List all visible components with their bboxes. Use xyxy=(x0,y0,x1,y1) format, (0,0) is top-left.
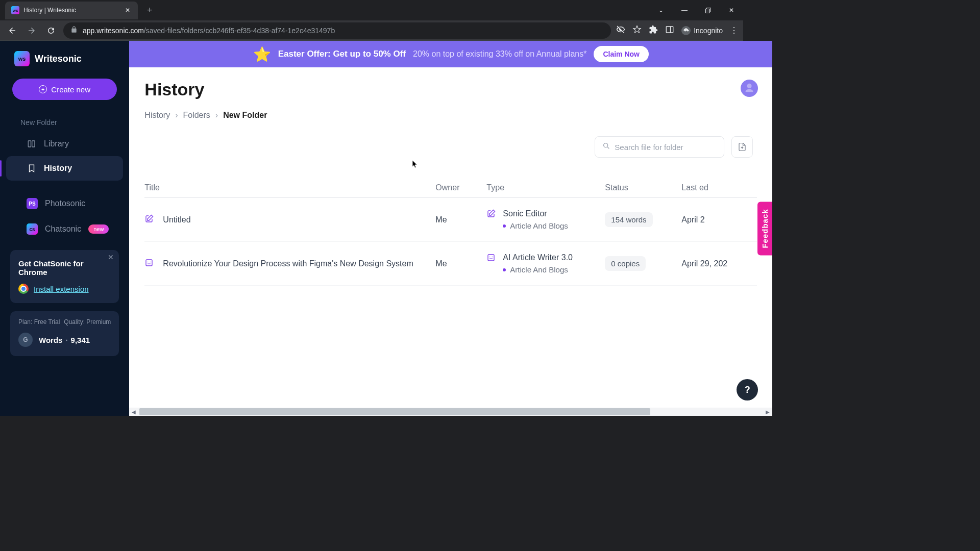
bookmark-icon xyxy=(27,163,37,173)
search-box[interactable] xyxy=(595,136,724,158)
tab-search-icon[interactable]: ⌄ xyxy=(649,0,673,20)
url-host: app.writesonic.com/saved-files/folders/c… xyxy=(83,27,335,35)
create-new-button[interactable]: + Create new xyxy=(12,79,117,100)
row-type-name: AI Article Writer 3.0 xyxy=(503,253,573,262)
scroll-track[interactable] xyxy=(139,408,762,415)
sidebar-item-library[interactable]: Library xyxy=(6,132,123,156)
cursor-icon xyxy=(412,160,418,168)
incognito-badge[interactable]: Incognito xyxy=(681,26,723,35)
favicon-icon: ws xyxy=(11,6,19,14)
forward-button[interactable] xyxy=(24,23,39,38)
bookmark-star-icon[interactable] xyxy=(632,25,642,36)
browser-tab[interactable]: ws History | Writesonic ✕ xyxy=(5,2,138,19)
address-actions: Incognito ⋮ xyxy=(616,25,738,36)
lock-icon xyxy=(70,26,78,35)
main: ⭐ Easter Offer: Get up to 50% Off 20% on… xyxy=(129,41,772,416)
minimize-button[interactable]: — xyxy=(673,0,696,20)
dot-icon xyxy=(503,268,506,271)
table-header: Title Owner Type Status Last ed xyxy=(144,178,757,198)
row-edited: April 2 xyxy=(681,215,753,224)
logo-icon: ws xyxy=(14,51,30,66)
extensions-icon[interactable] xyxy=(649,25,658,36)
svg-rect-4 xyxy=(28,141,31,147)
table-row[interactable]: Untitled Me Sonic Editor Article And Blo… xyxy=(144,198,757,242)
row-title: Revolutionize Your Design Process with F… xyxy=(163,259,413,268)
search-input[interactable] xyxy=(615,143,717,152)
back-icon xyxy=(8,26,17,35)
question-icon: ? xyxy=(745,385,750,395)
sidebar-item-history[interactable]: History xyxy=(6,156,123,181)
reload-button[interactable] xyxy=(44,23,58,38)
th-edited[interactable]: Last ed xyxy=(681,183,753,192)
search-icon xyxy=(602,142,610,152)
close-tab-icon[interactable]: ✕ xyxy=(124,6,132,14)
svg-rect-5 xyxy=(32,141,35,147)
sidebar-item-chatsonic[interactable]: cs Chatsonic new xyxy=(6,216,123,242)
maximize-button[interactable] xyxy=(696,0,720,20)
feedback-tab[interactable]: Feedback xyxy=(757,202,772,255)
install-extension-link[interactable]: Install extension xyxy=(34,285,89,293)
incognito-label: Incognito xyxy=(694,27,723,35)
close-window-button[interactable]: ✕ xyxy=(720,0,743,20)
sidebar-folder-label[interactable]: New Folder xyxy=(0,114,129,132)
quality-label: Quality: Premium xyxy=(64,318,111,325)
breadcrumb-folders[interactable]: Folders xyxy=(183,111,210,120)
sidebar-item-label: Library xyxy=(44,139,69,148)
reload-icon xyxy=(46,26,56,35)
svg-point-12 xyxy=(489,257,491,258)
brand-name: Writesonic xyxy=(35,54,82,64)
files-table: Title Owner Type Status Last ed xyxy=(144,178,757,286)
svg-rect-8 xyxy=(146,260,152,266)
table-row[interactable]: Revolutionize Your Design Process with F… xyxy=(144,242,757,286)
svg-point-13 xyxy=(492,257,493,258)
tools-row xyxy=(144,136,757,158)
add-file-button[interactable] xyxy=(731,136,753,158)
kebab-menu-icon[interactable]: ⋮ xyxy=(730,26,738,35)
type-icon xyxy=(486,209,496,220)
status-badge: 0 copies xyxy=(605,256,646,271)
star-icon: ⭐ xyxy=(253,46,271,63)
row-type-sub: Article And Blogs xyxy=(510,265,568,274)
words-text: Words · 9,341 xyxy=(39,336,90,344)
claim-now-button[interactable]: Claim Now xyxy=(594,46,649,62)
forward-icon xyxy=(27,26,36,35)
url-box[interactable]: app.writesonic.com/saved-files/folders/c… xyxy=(63,22,611,39)
plan-label: Plan: Free Trial xyxy=(18,318,60,325)
sidebar-item-label: History xyxy=(44,164,72,173)
chatsonic-icon: cs xyxy=(27,223,38,235)
svg-point-10 xyxy=(150,261,151,262)
table-container: Title Owner Type Status Last ed xyxy=(144,178,757,286)
scroll-right-icon[interactable]: ▶ xyxy=(764,408,771,415)
logo[interactable]: ws Writesonic xyxy=(0,41,129,76)
type-icon xyxy=(486,253,496,264)
row-type-sub: Article And Blogs xyxy=(510,221,568,230)
promo-close-icon[interactable]: ✕ xyxy=(108,253,114,261)
svg-rect-1 xyxy=(705,9,709,13)
eye-off-icon[interactable] xyxy=(616,25,625,36)
plan-row: Plan: Free Trial Quality: Premium xyxy=(18,318,111,325)
row-edited: April 29, 202 xyxy=(681,259,753,268)
sidebar: ws Writesonic + Create new New Folder Li… xyxy=(0,41,129,416)
th-title[interactable]: Title xyxy=(144,183,435,192)
new-tab-button[interactable]: + xyxy=(143,3,157,18)
maximize-icon xyxy=(705,8,711,13)
panel-icon[interactable] xyxy=(665,25,674,36)
svg-rect-11 xyxy=(488,255,494,261)
horizontal-scrollbar[interactable]: ◀ ▶ xyxy=(129,408,772,416)
svg-point-6 xyxy=(604,143,608,147)
row-title: Untitled xyxy=(163,215,190,224)
breadcrumb-history[interactable]: History xyxy=(144,111,170,120)
back-button[interactable] xyxy=(5,23,19,38)
scroll-left-icon[interactable]: ◀ xyxy=(130,408,137,415)
file-plus-icon xyxy=(738,142,747,152)
avatar-icon xyxy=(744,83,755,94)
th-owner[interactable]: Owner xyxy=(435,183,486,192)
th-status[interactable]: Status xyxy=(605,183,681,192)
sidebar-item-photosonic[interactable]: PS Photosonic xyxy=(6,191,123,216)
th-type[interactable]: Type xyxy=(486,183,605,192)
create-new-label: Create new xyxy=(51,85,90,94)
svg-line-7 xyxy=(607,147,609,148)
promo-title: Get ChatSonic for Chrome xyxy=(18,259,111,277)
scroll-thumb[interactable] xyxy=(139,408,650,415)
chrome-icon xyxy=(18,284,29,294)
